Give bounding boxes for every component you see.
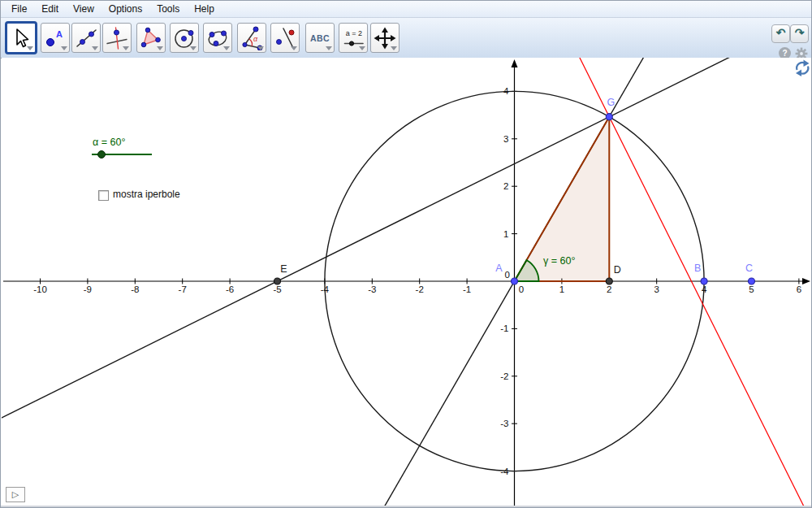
- tool-dropdown-arrow-icon[interactable]: [92, 46, 98, 50]
- tool-slider[interactable]: a = 2: [339, 23, 368, 53]
- tool-perpendicular[interactable]: [102, 23, 132, 53]
- x-tick-label: -10: [33, 284, 47, 294]
- x-tick-label: 3: [654, 284, 659, 294]
- menu-options[interactable]: Options: [102, 2, 149, 17]
- x-tick-label: -6: [226, 284, 234, 294]
- svg-text:α: α: [253, 35, 258, 43]
- graphics-view[interactable]: -10-9-8-7-6-5-4-3-2-1123456-4-3-2-112340…: [2, 58, 811, 506]
- point-B[interactable]: [701, 278, 707, 284]
- mostra-iperbole-checkbox[interactable]: [98, 190, 109, 201]
- slider-alpha-label: α = 60°: [93, 137, 125, 148]
- menu-bar: FileEditViewOptionsToolsHelp: [1, 1, 811, 18]
- svg-text:ABC: ABC: [310, 33, 330, 43]
- point-G[interactable]: [606, 114, 612, 120]
- x-tick-label: 2: [607, 284, 611, 294]
- slider-alpha-knob[interactable]: [97, 150, 106, 158]
- tool-dropdown-arrow-icon[interactable]: [326, 46, 332, 50]
- tool-dropdown-arrow-icon[interactable]: [190, 46, 197, 50]
- tool-polygon[interactable]: [136, 23, 166, 53]
- point-A[interactable]: [512, 278, 518, 284]
- point-D[interactable]: [606, 278, 612, 284]
- point-G-label: G: [607, 97, 615, 108]
- x-zero-label: 0: [519, 284, 524, 294]
- tool-dropdown-arrow-icon[interactable]: [27, 46, 33, 50]
- redo-button[interactable]: ↷: [790, 24, 809, 43]
- svg-text:a = 2: a = 2: [346, 28, 362, 37]
- tool-text[interactable]: ABC: [305, 23, 335, 53]
- tool-cursor[interactable]: [5, 21, 37, 54]
- tool-move-view[interactable]: [370, 23, 400, 53]
- point-B-label: B: [694, 263, 701, 274]
- menu-tools[interactable]: Tools: [149, 2, 187, 17]
- window-bottom-edge: [1, 506, 811, 507]
- y-tick-label: 1: [503, 229, 508, 239]
- y-tick-label: -3: [500, 419, 508, 428]
- menu-help[interactable]: Help: [187, 2, 222, 17]
- refresh-icon[interactable]: [796, 60, 810, 77]
- x-tick-label: -2: [416, 284, 424, 294]
- tool-dropdown-arrow-icon[interactable]: [223, 46, 230, 50]
- redo-icon: ↷: [795, 26, 805, 39]
- menu-file[interactable]: File: [4, 2, 34, 17]
- tool-dropdown-arrow-icon[interactable]: [291, 46, 297, 50]
- play-button[interactable]: ▷: [6, 487, 25, 502]
- point-E-label: E: [280, 263, 287, 275]
- x-tick-label: 5: [749, 284, 754, 294]
- tool-dropdown-arrow-icon[interactable]: [391, 46, 397, 50]
- x-tick-label: -9: [84, 284, 92, 294]
- y-tick-label: -1: [500, 323, 508, 333]
- help-icon: ?: [782, 49, 787, 58]
- tool-dropdown-arrow-icon[interactable]: [123, 46, 129, 50]
- menu-view[interactable]: View: [66, 2, 102, 17]
- y-tick-label: -2: [500, 371, 508, 381]
- toolbar: AαABCa = 2: [1, 18, 811, 59]
- x-tick-label: -8: [131, 284, 139, 294]
- menu-edit[interactable]: Edit: [34, 2, 66, 17]
- x-tick-label: 6: [797, 284, 801, 294]
- x-tick-label: -7: [179, 284, 187, 294]
- tool-dropdown-arrow-icon[interactable]: [61, 46, 67, 50]
- tool-point[interactable]: A: [41, 23, 70, 53]
- tool-dropdown-arrow-icon[interactable]: [157, 46, 163, 50]
- x-axis-arrow-icon: [802, 278, 810, 284]
- tool-circle[interactable]: [170, 23, 199, 53]
- x-tick-label: -1: [463, 284, 471, 294]
- geogebra-window: FileEditViewOptionsToolsHelp AαABCa = 2 …: [0, 0, 812, 508]
- point-A-label: A: [495, 263, 503, 274]
- tool-line[interactable]: [71, 23, 101, 53]
- line-through-E-G[interactable]: [2, 58, 811, 422]
- tool-reflect[interactable]: [270, 23, 300, 53]
- tool-dropdown-arrow-icon[interactable]: [359, 46, 365, 50]
- undo-button[interactable]: ↶: [771, 24, 790, 43]
- tool-angle[interactable]: α: [237, 23, 266, 53]
- undo-icon: ↶: [776, 26, 786, 39]
- point-E[interactable]: [274, 278, 281, 284]
- point-C[interactable]: [749, 278, 755, 284]
- angle-gamma-label: γ = 60°: [543, 255, 575, 267]
- x-tick-label: -5: [273, 284, 281, 294]
- y-tick-label: 2: [503, 181, 508, 191]
- point-D-label: D: [614, 264, 621, 276]
- x-tick-label: 1: [559, 284, 564, 294]
- tool-ellipse[interactable]: [203, 23, 232, 53]
- svg-text:A: A: [56, 29, 63, 39]
- play-icon: ▷: [12, 489, 19, 499]
- x-tick-label: -3: [368, 284, 376, 294]
- y-axis-arrow-icon: [512, 59, 518, 67]
- mostra-iperbole-label: mostra iperbole: [113, 189, 180, 200]
- y-zero-label: 0: [505, 270, 510, 280]
- y-tick-label: 3: [503, 134, 508, 144]
- graph-svg[interactable]: -10-9-8-7-6-5-4-3-2-1123456-4-3-2-112340…: [2, 58, 811, 506]
- tool-dropdown-arrow-icon[interactable]: [257, 46, 264, 50]
- point-C-label: C: [745, 263, 753, 274]
